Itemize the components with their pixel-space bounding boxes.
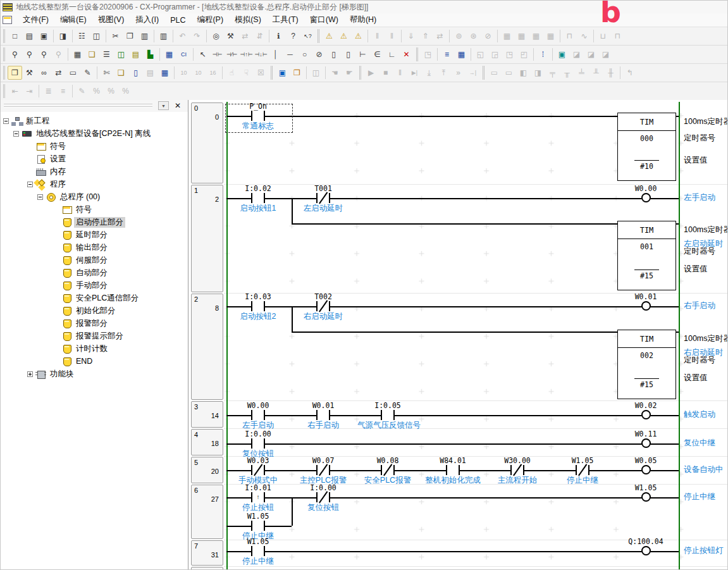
toolbar-grip[interactable] [359, 66, 361, 80]
toolbar-grip[interactable] [416, 47, 418, 61]
contact[interactable]: I:0.03启动按钮2 [228, 293, 288, 321]
menu-edit[interactable]: 编辑(E) [54, 13, 92, 27]
tree-item-alarm-prompt-section[interactable]: 报警提示部分 [1, 330, 188, 342]
new-closed-coil-icon[interactable]: ⊘ [312, 47, 326, 61]
tree-item-safety-plc-comm-section[interactable]: 安全PLC通信部分 [1, 292, 188, 304]
binary-monitor-icon[interactable]: ▦ [157, 66, 172, 80]
tree-item-alarm-section[interactable]: 报警部分 [1, 317, 188, 330]
contact[interactable]: W0.00左手启动 [228, 402, 288, 430]
mnemonic-view-icon[interactable]: ▦ [162, 47, 176, 61]
toolbar-grip[interactable] [3, 47, 5, 61]
panel-grip[interactable] [4, 104, 152, 104]
document-window-icon[interactable] [3, 16, 12, 24]
work-online-icon[interactable]: ▣ [275, 66, 290, 80]
copy-icon[interactable]: ❐ [123, 29, 137, 43]
about-icon[interactable]: ℹ [271, 29, 286, 43]
menu-file[interactable]: 文件(F) [17, 13, 54, 27]
contact[interactable]: W1.05停止中继 [228, 538, 288, 566]
collapse-icon[interactable] [13, 131, 19, 137]
paste-icon[interactable]: ▥ [137, 29, 152, 43]
menu-tools[interactable]: 工具(T) [267, 13, 304, 27]
new-horizontal-icon[interactable]: ─ [283, 47, 297, 61]
tree-item-auto-section[interactable]: 自动部分 [1, 266, 188, 279]
toolbar-grip[interactable] [271, 66, 273, 80]
section-list-icon[interactable]: ▙ [143, 47, 157, 61]
connect-tree-icon[interactable]: ⊢ [355, 47, 370, 61]
ladder-diagram[interactable]: 00 12 28 314 418 520 627 731 8 [188, 102, 728, 570]
timer-instruction-block[interactable]: TIM 002 #15 [617, 330, 676, 399]
tree-item-end-section[interactable]: END [1, 355, 188, 368]
find-in-project-icon[interactable]: ◨ [56, 29, 70, 43]
tree-item-programs[interactable]: 程序 [1, 178, 188, 190]
new-icon[interactable]: □ [8, 29, 22, 43]
tree-item-delay-section[interactable]: 延时部分 [1, 228, 188, 241]
show-rung-annotations-icon[interactable]: ☰ [99, 47, 114, 61]
delete-segment-icon[interactable]: ✕ [399, 47, 414, 61]
menu-insert[interactable]: 插入(I) [130, 13, 164, 27]
rising-contact[interactable]: I:0.01停止按钮 [228, 484, 288, 512]
tree-item-timer-counter-section[interactable]: 计时计数 [1, 342, 188, 355]
output-coil[interactable]: W1.05 [615, 484, 676, 502]
rung-number-cell[interactable]: 731 [191, 540, 223, 566]
context-help-icon[interactable]: ↖? [300, 29, 315, 43]
online-check-icon[interactable]: ⚠ [351, 29, 366, 43]
connect-l-icon[interactable]: ∟ [385, 47, 399, 61]
monitor-in-rung-icon[interactable]: ◫ [114, 47, 128, 61]
rung-number-cell[interactable]: 520 [191, 457, 223, 483]
address-reference-tool-icon[interactable]: ⁞ [536, 47, 550, 61]
toggle-cross-reference-icon[interactable]: ⇄ [51, 66, 66, 80]
toolbar-grip[interactable] [3, 29, 5, 43]
expand-icon[interactable] [27, 371, 33, 377]
contact[interactable]: I:0.02启动按钮1 [228, 185, 288, 213]
rung-number-cell[interactable]: 28 [191, 294, 223, 400]
contact[interactable]: I:0.05气源气压反馈信号 [357, 402, 418, 430]
closed-contact[interactable]: W30.00主流程开始 [487, 457, 548, 485]
connect-e-icon[interactable]: ∈ [370, 47, 385, 61]
output-coil[interactable]: W0.01 [615, 293, 676, 311]
menu-view[interactable]: 视图(V) [92, 13, 130, 27]
program-check-icon[interactable]: ≡ [440, 47, 454, 61]
tree-item-main-program[interactable]: 总程序 (00) [1, 190, 188, 203]
help-icon[interactable]: ? [286, 29, 300, 43]
closed-contact[interactable]: T001左启动延时 [293, 185, 354, 213]
io-comment-view-icon[interactable]: ❑ [114, 66, 128, 80]
toolbar-grip[interactable] [3, 66, 5, 80]
new-plc-instruction-icon[interactable]: ▯ [326, 47, 341, 61]
contact[interactable]: I:0.00复位按钮 [228, 430, 288, 459]
section-cut-icon[interactable]: ✄ [99, 66, 114, 80]
rung-number-cell[interactable]: 00 [191, 102, 223, 183]
zoom-icon[interactable]: ⚲ [37, 47, 51, 61]
toggle-address-reference-icon[interactable]: ▭ [66, 66, 80, 80]
new-contact-down-icon[interactable]: ⊣↓⊢ [254, 47, 268, 61]
rung-number-cell[interactable]: 418 [191, 429, 223, 455]
closed-contact[interactable]: W0.07主控PLC报警 [293, 457, 354, 485]
tree-item-plc-device[interactable]: 地线芯线整型设备[CP2E-N] 离线 [1, 127, 188, 140]
work-online-simulator-icon[interactable]: ❐ [290, 66, 304, 80]
compile-program-icon[interactable]: ⚠ [322, 29, 336, 43]
toolbar-grip[interactable] [3, 84, 5, 98]
rung-number-cell[interactable]: 12 [191, 185, 223, 292]
toggle-watch-window-icon[interactable]: ∞ [37, 66, 51, 80]
tree-item-manual-section[interactable]: 手动部分 [1, 279, 188, 292]
save-icon[interactable]: ▣ [37, 29, 51, 43]
toolbar-grip[interactable] [483, 66, 484, 80]
output-coil[interactable]: W0.00 [615, 185, 676, 202]
contact[interactable]: W0.01右手启动 [293, 402, 354, 430]
paste-special-icon[interactable]: ▥ [156, 29, 171, 43]
tree-item-symbols[interactable]: 符号 [1, 140, 188, 152]
tree-item-servo-section[interactable]: 伺服部分 [1, 254, 188, 266]
collapse-icon[interactable] [27, 182, 33, 187]
toggle-output-window-icon[interactable]: ⚒ [22, 66, 37, 80]
toggle-project-workspace-icon[interactable]: ❐ [8, 66, 22, 80]
tree-item-start-stop-section[interactable]: 启动停止部分 [1, 216, 188, 228]
timer-instruction-block[interactable]: TIM 000 #10 [617, 113, 676, 181]
tree-item-memory[interactable]: 内存 [1, 165, 188, 178]
tree-item-program-symbols[interactable]: 符号 [1, 203, 188, 216]
new-contact-up-icon[interactable]: ⊣↑⊢ [239, 47, 254, 61]
output-coil[interactable]: W0.11 [615, 430, 676, 448]
zoom-in-icon[interactable]: ⚲ [8, 47, 22, 61]
collapse-icon[interactable] [37, 194, 43, 200]
output-coil[interactable]: W0.02 [615, 402, 676, 419]
find-icon[interactable]: ◎ [209, 29, 223, 43]
tree-item-new-project[interactable]: 新工程 [1, 115, 188, 127]
